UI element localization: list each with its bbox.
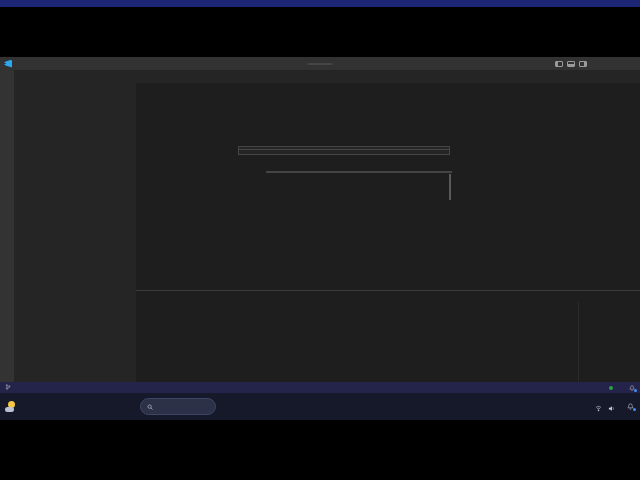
video-top-strip xyxy=(0,0,640,7)
signature-help-tooltip xyxy=(238,146,450,155)
editor-group xyxy=(136,70,640,382)
toggle-sidebar-icon[interactable] xyxy=(555,61,563,67)
explorer-sidebar xyxy=(14,70,136,382)
tray-notification-badge xyxy=(633,408,636,411)
vscode-window xyxy=(0,57,640,393)
titlebar xyxy=(0,57,640,70)
system-tray xyxy=(589,398,640,416)
weather-icon xyxy=(5,401,17,412)
code-editor[interactable] xyxy=(136,92,640,290)
git-branch-icon xyxy=(5,384,11,391)
status-left xyxy=(5,384,25,391)
search-icon xyxy=(147,404,153,410)
notification-badge xyxy=(634,389,637,392)
panel-body xyxy=(136,302,640,382)
terminal-sessions xyxy=(578,302,640,382)
window-title xyxy=(307,63,333,65)
activity-bar xyxy=(0,70,14,382)
terminal-output[interactable] xyxy=(136,302,578,382)
project-root-row[interactable] xyxy=(14,83,136,92)
notifications-bell-icon[interactable] xyxy=(629,385,635,391)
windows-taskbar xyxy=(0,393,640,420)
breadcrumb xyxy=(136,83,640,92)
vscode-logo-icon xyxy=(4,60,12,68)
finish-setup-item[interactable] xyxy=(609,386,615,390)
desktop-screen xyxy=(0,57,640,420)
titlebar-left xyxy=(0,60,15,68)
hover-description xyxy=(239,149,449,154)
status-right xyxy=(609,385,635,391)
titlebar-right xyxy=(555,61,640,67)
weather-widget[interactable] xyxy=(0,401,70,412)
tray-notifications-icon[interactable] xyxy=(627,403,634,410)
volume-icon[interactable] xyxy=(608,398,615,416)
suggest-scrollbar[interactable] xyxy=(449,174,451,200)
toggle-secondary-sidebar-icon[interactable] xyxy=(579,61,587,67)
panel xyxy=(136,290,640,382)
suggest-widget xyxy=(266,171,452,173)
setup-status-dot xyxy=(609,386,613,390)
file-tree xyxy=(14,92,136,382)
status-bar xyxy=(0,382,640,393)
taskbar-search[interactable] xyxy=(140,398,216,415)
vscode-body xyxy=(0,70,640,382)
toggle-panel-icon[interactable] xyxy=(567,61,575,67)
screenshot-frame xyxy=(0,0,640,480)
tab-bar xyxy=(136,70,640,83)
panel-header xyxy=(136,291,640,302)
git-branch-item[interactable] xyxy=(5,384,13,391)
sidebar-header xyxy=(14,70,136,83)
minimap[interactable] xyxy=(626,92,640,290)
editor-actions xyxy=(630,70,640,83)
wifi-icon[interactable] xyxy=(595,398,602,416)
